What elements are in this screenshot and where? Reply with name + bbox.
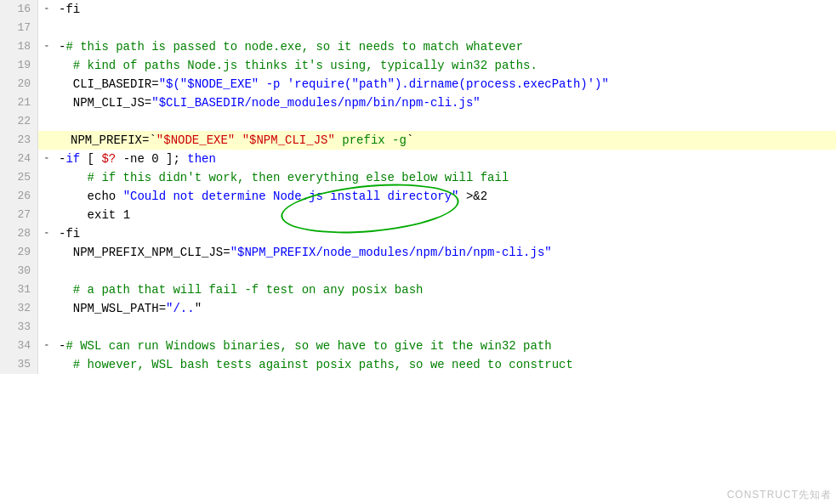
line-content: # if this didn't work, then everything e… xyxy=(55,168,836,187)
line-number: 29 xyxy=(0,243,38,262)
line-content: NPM_WSL_PATH="/.." xyxy=(55,299,836,318)
line-number: 24 xyxy=(0,150,38,168)
line-content: # a path that will fail -f test on any p… xyxy=(55,280,836,299)
line-fold-indicator xyxy=(38,168,55,187)
line-content: NPM_CLI_JS="$CLI_BASEDIR/node_modules/np… xyxy=(55,93,836,112)
code-line: 25 # if this didn't work, then everythin… xyxy=(0,168,836,187)
line-content xyxy=(55,318,836,337)
line-content: -# WSL can run Windows binaries, so we h… xyxy=(55,337,836,355)
line-number: 16 xyxy=(0,0,38,19)
code-line: 21 NPM_CLI_JS="$CLI_BASEDIR/node_modules… xyxy=(0,93,836,112)
code-line: 28⁃-fi xyxy=(0,224,836,243)
line-fold-indicator xyxy=(38,75,55,93)
line-fold-indicator: ⁃ xyxy=(38,150,55,168)
code-line: 34⁃-# WSL can run Windows binaries, so w… xyxy=(0,337,836,355)
line-number: 27 xyxy=(0,206,38,224)
line-number: 34 xyxy=(0,337,38,355)
line-fold-indicator xyxy=(38,56,55,75)
code-line: 31 # a path that will fail -f test on an… xyxy=(0,280,836,299)
code-lines: 16⁃-fi1718⁃-# this path is passed to nod… xyxy=(0,0,836,374)
line-fold-indicator xyxy=(38,280,55,299)
code-line: 23NPM_PREFIX=`"$NODE_EXE" "$NPM_CLI_JS" … xyxy=(0,131,836,150)
watermark: CONSTRUCT先知者 xyxy=(727,488,832,502)
code-line: 24⁃-if [ $? -ne 0 ]; then xyxy=(0,150,836,168)
line-content: NPM_PREFIX_NPM_CLI_JS="$NPM_PREFIX/node_… xyxy=(55,243,836,262)
line-fold-indicator: ⁃ xyxy=(38,337,55,355)
code-line: 29 NPM_PREFIX_NPM_CLI_JS="$NPM_PREFIX/no… xyxy=(0,243,836,262)
line-number: 17 xyxy=(0,19,38,37)
code-line: 22 xyxy=(0,112,836,131)
line-content xyxy=(55,19,836,37)
code-line: 18⁃-# this path is passed to node.exe, s… xyxy=(0,37,836,56)
line-number: 19 xyxy=(0,56,38,75)
code-line: 20 CLI_BASEDIR="$("$NODE_EXE" -p 'requir… xyxy=(0,75,836,93)
line-fold-indicator xyxy=(38,318,55,337)
line-number: 18 xyxy=(0,37,38,56)
line-number: 30 xyxy=(0,262,38,280)
line-fold-indicator: ⁃ xyxy=(38,0,55,19)
line-content: # kind of paths Node.js thinks it's usin… xyxy=(55,56,836,75)
code-line: 27 exit 1 xyxy=(0,206,836,224)
code-line: 16⁃-fi xyxy=(0,0,836,19)
code-line: 32 NPM_WSL_PATH="/.." xyxy=(0,299,836,318)
code-line: 26 echo "Could not determine Node.js ins… xyxy=(0,187,836,206)
code-line: 30 xyxy=(0,262,836,280)
line-content xyxy=(55,262,836,280)
code-line: 33 xyxy=(0,318,836,337)
line-number: 20 xyxy=(0,75,38,93)
line-content: -# this path is passed to node.exe, so i… xyxy=(55,37,836,56)
line-number: 22 xyxy=(0,112,38,131)
line-number: 25 xyxy=(0,168,38,187)
line-content xyxy=(55,112,836,131)
code-line: 35 # however, WSL bash tests against pos… xyxy=(0,355,836,374)
line-number: 35 xyxy=(0,355,38,374)
line-number: 21 xyxy=(0,93,38,112)
line-content: NPM_PREFIX=`"$NODE_EXE" "$NPM_CLI_JS" pr… xyxy=(55,131,836,150)
line-content: -if [ $? -ne 0 ]; then xyxy=(55,150,836,168)
line-fold-indicator xyxy=(38,206,55,224)
line-content: exit 1 xyxy=(55,206,836,224)
line-content: # however, WSL bash tests against posix … xyxy=(55,355,836,374)
line-number: 33 xyxy=(0,318,38,337)
line-fold-indicator xyxy=(38,243,55,262)
line-fold-indicator xyxy=(38,131,55,150)
code-line: 17 xyxy=(0,19,836,37)
code-line: 19 # kind of paths Node.js thinks it's u… xyxy=(0,56,836,75)
line-number: 31 xyxy=(0,280,38,299)
line-fold-indicator xyxy=(38,299,55,318)
line-number: 26 xyxy=(0,187,38,206)
line-fold-indicator xyxy=(38,262,55,280)
line-number: 23 xyxy=(0,131,38,150)
line-fold-indicator: ⁃ xyxy=(38,224,55,243)
line-fold-indicator xyxy=(38,187,55,206)
line-number: 32 xyxy=(0,299,38,318)
line-fold-indicator xyxy=(38,19,55,37)
line-fold-indicator xyxy=(38,93,55,112)
line-fold-indicator xyxy=(38,112,55,131)
line-content: -fi xyxy=(55,224,836,243)
line-content: echo "Could not determine Node.js instal… xyxy=(55,187,836,206)
line-number: 28 xyxy=(0,224,38,243)
line-content: -fi xyxy=(55,0,836,19)
line-fold-indicator: ⁃ xyxy=(38,37,55,56)
line-fold-indicator xyxy=(38,355,55,374)
code-editor: 16⁃-fi1718⁃-# this path is passed to nod… xyxy=(0,0,836,504)
line-content: CLI_BASEDIR="$("$NODE_EXE" -p 'require("… xyxy=(55,75,836,93)
